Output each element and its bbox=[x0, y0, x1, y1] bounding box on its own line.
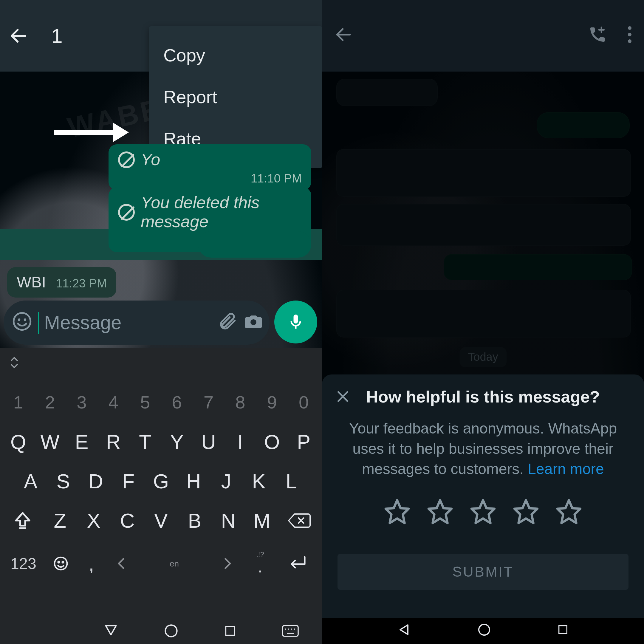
deleted-text-partial: Yo bbox=[141, 150, 160, 169]
key-v[interactable]: V bbox=[147, 501, 175, 540]
key-r[interactable]: R bbox=[99, 422, 128, 462]
key-3[interactable]: 3 bbox=[67, 383, 96, 422]
incoming-message[interactable]: WBI 11:23 PM bbox=[7, 267, 116, 298]
key-cursor-right[interactable] bbox=[216, 544, 240, 583]
key-emoji[interactable] bbox=[48, 544, 74, 583]
key-cursor-left[interactable] bbox=[109, 544, 133, 583]
message-input-bar: Message bbox=[4, 301, 270, 345]
voice-record-button[interactable] bbox=[274, 301, 317, 343]
svg-rect-33 bbox=[559, 626, 567, 634]
close-icon[interactable] bbox=[335, 389, 351, 407]
svg-point-22 bbox=[628, 33, 631, 36]
key-mode-toggle[interactable]: 123 bbox=[8, 544, 39, 583]
nav-home-icon[interactable] bbox=[477, 623, 491, 639]
nav-back-icon[interactable] bbox=[103, 623, 119, 639]
nav-back-icon[interactable] bbox=[397, 623, 411, 639]
key-e[interactable]: E bbox=[67, 422, 96, 462]
key-comma[interactable]: , bbox=[83, 544, 100, 583]
key-n[interactable]: N bbox=[214, 501, 243, 540]
nav-recents-icon[interactable] bbox=[557, 624, 569, 638]
nav-keyboard-switch-icon[interactable] bbox=[282, 624, 300, 637]
svg-point-21 bbox=[628, 26, 631, 30]
chat-screen-rating-dialog: Today WABETAINFO How helpful is this me bbox=[322, 0, 644, 644]
key-s[interactable]: S bbox=[49, 462, 78, 501]
star-5[interactable] bbox=[555, 498, 583, 528]
key-5[interactable]: 5 bbox=[131, 383, 160, 422]
key-o[interactable]: O bbox=[258, 422, 286, 462]
key-z[interactable]: Z bbox=[46, 501, 74, 540]
shift-key[interactable] bbox=[5, 510, 41, 531]
key-2[interactable]: 2 bbox=[36, 383, 64, 422]
key-d[interactable]: D bbox=[81, 462, 110, 501]
more-options-icon[interactable] bbox=[627, 26, 632, 46]
submit-button[interactable]: SUBMIT bbox=[338, 554, 628, 590]
key-8[interactable]: 8 bbox=[226, 383, 255, 422]
key-p[interactable]: P bbox=[290, 422, 318, 462]
key-9[interactable]: 9 bbox=[258, 383, 286, 422]
keyboard-number-row: 1 2 3 4 5 6 7 8 9 0 bbox=[0, 383, 322, 422]
key-7[interactable]: 7 bbox=[194, 383, 223, 422]
svg-marker-28 bbox=[472, 500, 495, 523]
key-u[interactable]: U bbox=[194, 422, 223, 462]
key-g[interactable]: G bbox=[147, 462, 175, 501]
nav-home-icon[interactable] bbox=[163, 623, 179, 639]
onscreen-keyboard: 1 2 3 4 5 6 7 8 9 0 Q W E R T Y U I O bbox=[0, 348, 322, 644]
svg-point-23 bbox=[628, 39, 631, 43]
svg-point-9 bbox=[58, 561, 59, 563]
star-4[interactable] bbox=[512, 498, 540, 528]
key-enter[interactable] bbox=[281, 555, 314, 572]
camera-icon[interactable] bbox=[243, 311, 264, 334]
svg-rect-13 bbox=[226, 626, 235, 635]
add-call-icon[interactable] bbox=[588, 25, 607, 47]
svg-point-2 bbox=[18, 318, 21, 321]
suggestion-bar bbox=[0, 348, 322, 380]
keyboard-row-zxcv: Z X C V B N M bbox=[0, 501, 322, 540]
key-f[interactable]: F bbox=[114, 462, 143, 501]
emoji-icon[interactable] bbox=[12, 311, 32, 334]
learn-more-link[interactable]: Learn more bbox=[528, 460, 604, 477]
key-6[interactable]: 6 bbox=[162, 383, 191, 422]
key-y[interactable]: Y bbox=[162, 422, 191, 462]
key-i[interactable]: I bbox=[226, 422, 255, 462]
deleted-text: You deleted this message bbox=[141, 193, 302, 231]
key-h[interactable]: H bbox=[179, 462, 208, 501]
keyboard-language-label: en bbox=[170, 559, 179, 568]
svg-marker-31 bbox=[400, 625, 408, 634]
key-l[interactable]: L bbox=[277, 462, 306, 501]
star-2[interactable] bbox=[426, 498, 454, 528]
star-1[interactable] bbox=[383, 498, 411, 528]
key-j[interactable]: J bbox=[212, 462, 241, 501]
svg-marker-26 bbox=[386, 500, 409, 523]
svg-rect-14 bbox=[283, 626, 298, 636]
back-icon[interactable] bbox=[8, 26, 29, 46]
key-c[interactable]: C bbox=[113, 501, 142, 540]
key-b[interactable]: B bbox=[180, 501, 209, 540]
key-a[interactable]: A bbox=[16, 462, 45, 501]
key-t[interactable]: T bbox=[131, 422, 160, 462]
key-x[interactable]: X bbox=[79, 501, 108, 540]
key-q[interactable]: Q bbox=[4, 422, 32, 462]
keyboard-row-asdf: A S D F G H J K L bbox=[0, 462, 322, 501]
rating-bottom-sheet: How helpful is this message? Your feedba… bbox=[322, 374, 644, 618]
key-1[interactable]: 1 bbox=[4, 383, 32, 422]
menu-item-report[interactable]: Report bbox=[149, 76, 322, 118]
back-icon[interactable] bbox=[334, 25, 353, 47]
key-period[interactable]: .!? . bbox=[248, 544, 272, 583]
outgoing-message-blank[interactable] bbox=[198, 231, 311, 258]
key-k[interactable]: K bbox=[244, 462, 273, 501]
nav-recents-icon[interactable] bbox=[224, 624, 237, 637]
star-3[interactable] bbox=[469, 498, 497, 528]
expand-suggestions-icon[interactable] bbox=[8, 354, 20, 374]
attach-icon[interactable] bbox=[217, 311, 237, 334]
backspace-key[interactable] bbox=[281, 512, 317, 529]
menu-item-copy[interactable]: Copy bbox=[149, 35, 322, 76]
message-input[interactable]: Message bbox=[38, 312, 211, 334]
key-0[interactable]: 0 bbox=[290, 383, 318, 422]
system-nav-bar bbox=[0, 618, 322, 644]
key-4[interactable]: 4 bbox=[99, 383, 128, 422]
svg-marker-30 bbox=[558, 500, 580, 523]
key-spacebar[interactable]: en bbox=[142, 544, 207, 583]
key-m[interactable]: M bbox=[248, 501, 276, 540]
key-w[interactable]: W bbox=[36, 422, 64, 462]
outgoing-deleted-message-1[interactable]: Yo 11:10 PM bbox=[109, 144, 311, 190]
